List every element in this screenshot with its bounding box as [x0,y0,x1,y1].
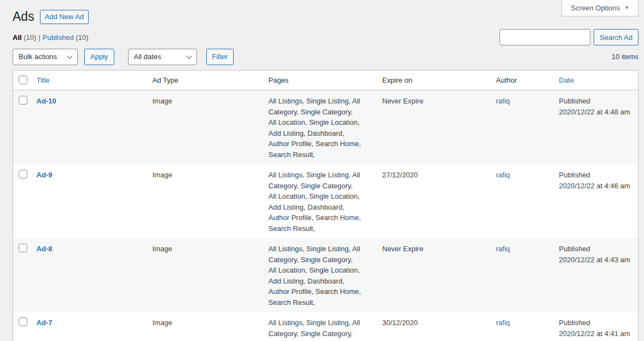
ad-title-link[interactable]: Ad-8 [37,245,53,253]
table-row: Ad-8 Image All Listings, Single Listing,… [13,238,639,312]
search-ad-button[interactable]: Search Ad [594,29,639,45]
ad-title-link[interactable]: Ad-7 [37,319,53,327]
status-text: Published [559,96,633,107]
column-header-date[interactable]: Date [554,70,639,90]
date-cell: Published 2020/12/22 at 4:48 am [554,90,639,165]
date-text: 2020/12/22 at 4:41 am [559,328,633,339]
date-cell: Published 2020/12/22 at 4:41 am [554,312,639,341]
table-toolbar: Bulk actions Apply All dates Filter 10 i… [13,49,639,65]
ad-type-cell: Image [147,90,263,165]
expire-on-cell: Never Expire [377,238,491,312]
expire-on-cell: 27/12/2020 [377,164,491,238]
all-count: (10) [24,33,36,42]
row-checkbox[interactable] [19,170,27,178]
select-all-checkbox[interactable] [19,76,27,84]
search-input[interactable] [500,29,590,45]
date-text: 2020/12/22 at 4:48 am [559,107,633,118]
search-box: Search Ad [500,29,639,45]
table-row: Ad-9 Image All Listings, Single Listing,… [13,164,639,238]
column-header-pages: Pages [263,70,377,90]
all-dates-select[interactable]: All dates [128,49,197,65]
date-cell: Published 2020/12/22 at 4:43 am [554,238,639,312]
pages-cell: All Listings, Single Listing, All Catego… [263,312,377,341]
pages-cell: All Listings, Single Listing, All Catego… [263,90,377,165]
filter-button[interactable]: Filter [206,49,234,65]
column-header-ad-type: Ad Type [147,70,263,90]
ad-title-link[interactable]: Ad-9 [37,171,53,179]
author-link[interactable]: rafiq [496,319,510,327]
column-header-title[interactable]: Title [31,70,147,90]
author-link[interactable]: rafiq [496,171,510,179]
ad-type-cell: Image [147,312,263,341]
separator: | [38,33,40,42]
author-link[interactable]: rafiq [496,245,510,253]
column-header-expire-on: Expire on [377,70,491,90]
ad-type-cell: Image [147,238,263,312]
table-row: Ad-7 Image All Listings, Single Listing,… [13,312,639,341]
table-row: Ad-10 Image All Listings, Single Listing… [13,90,639,165]
view-published-link[interactable]: Published (10) [43,33,89,42]
row-checkbox[interactable] [19,244,27,252]
status-text: Published [559,244,633,255]
bulk-actions-select[interactable]: Bulk actions [13,49,78,65]
chevron-down-icon [186,53,192,59]
date-cell: Published 2020/12/22 at 4:46 am [554,164,639,238]
view-all-link[interactable]: All (10) [13,33,36,42]
column-header-author: Author [491,70,554,90]
status-text: Published [559,170,633,181]
page-title: Ads [13,9,34,25]
pages-cell: All Listings, Single Listing, All Catego… [263,164,377,238]
row-checkbox[interactable] [19,317,27,326]
ads-table: Title Ad Type Pages Expire on Author Dat… [13,70,639,341]
row-checkbox[interactable] [19,96,27,105]
date-text: 2020/12/22 at 4:43 am [559,255,633,265]
published-count: (10) [76,33,89,42]
expire-on-cell: Never Expire [377,90,491,165]
table-header-row: Title Ad Type Pages Expire on Author Dat… [13,70,639,90]
author-link[interactable]: rafiq [496,97,510,105]
add-new-ad-button[interactable]: Add New Ad [40,10,89,24]
ad-title-link[interactable]: Ad-10 [37,97,56,105]
ads-page: Ads Add New Ad All (10)|Published (10) S… [13,0,639,341]
pages-cell: All Listings, Single Listing, All Catego… [263,238,377,312]
date-text: 2020/12/22 at 4:46 am [559,181,633,192]
apply-button[interactable]: Apply [84,49,114,65]
ad-type-cell: Image [147,164,263,238]
status-text: Published [559,317,633,328]
expire-on-cell: 30/12/2020 [377,312,491,341]
chevron-down-icon [67,53,73,59]
items-count: 10 items [612,53,639,61]
